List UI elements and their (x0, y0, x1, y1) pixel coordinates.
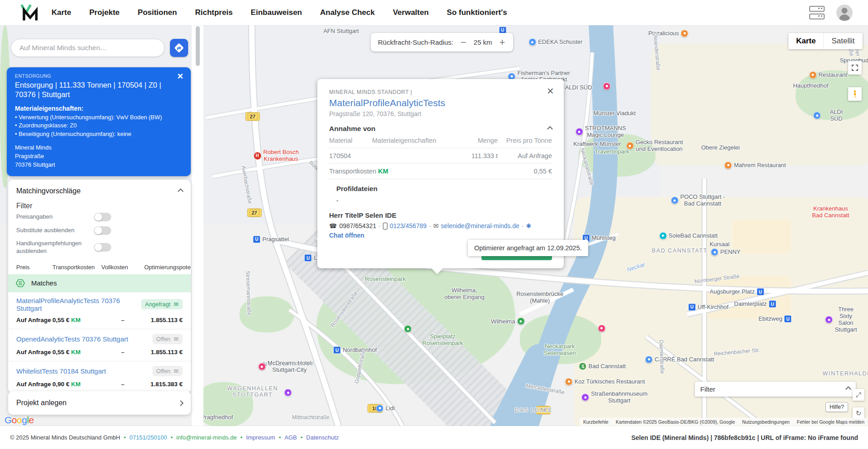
email-link[interactable]: selenide@mineral-minds.de (441, 222, 519, 229)
collapse-chevron-icon[interactable] (178, 188, 184, 194)
footer-email-link[interactable]: info@mineral-minds.de (176, 434, 237, 441)
ubahn-icon[interactable]: U (769, 300, 776, 308)
map-marker-27[interactable]: 27 (245, 112, 260, 121)
poi-pin-icon[interactable] (711, 248, 718, 256)
poi-pin-icon[interactable] (813, 112, 821, 119)
poi-pin-icon[interactable] (581, 394, 589, 402)
poi-pin-icon[interactable] (376, 404, 384, 412)
close-icon[interactable]: × (544, 84, 557, 98)
footer-link-agb[interactable]: AGB (284, 434, 297, 441)
hospital-icon[interactable]: H (253, 152, 261, 160)
map-marker-uff-kirchhof[interactable]: UUff-Kirchhof (688, 303, 728, 311)
ubahn-icon[interactable]: U (784, 315, 792, 323)
map-marker-rosensteinbr-cke[interactable]: Rosensteinbrücke (Mahle) (516, 291, 563, 304)
search-input[interactable] (11, 39, 165, 57)
map-marker-restaurant[interactable]: Restaurant (809, 71, 847, 79)
poi-pin-icon[interactable] (603, 82, 611, 90)
toggle-switch[interactable] (94, 213, 111, 221)
map-marker-gecko-restaurant[interactable]: Gecko Restaurant und Eventlocation (626, 139, 683, 153)
poi-pin-icon[interactable] (659, 232, 667, 239)
collapse-chevron-icon[interactable] (547, 126, 553, 132)
ubahn-icon[interactable]: U (333, 346, 341, 354)
poi-pin-icon[interactable] (284, 389, 292, 397)
map-marker-wilhelma[interactable]: Wilhelma (491, 318, 524, 325)
map-marker-koz-t-rkisches-restaurant[interactable]: Koz Türkisches Restaurant (565, 378, 645, 385)
fullscreen-button[interactable] (848, 61, 862, 75)
poi-pin-icon[interactable] (626, 142, 634, 150)
poi-pin-icon[interactable] (809, 71, 816, 79)
map-marker-edeka-schuster[interactable]: EDEKA Schuster (528, 38, 582, 46)
chat-link[interactable]: Chat öffnen (329, 232, 364, 239)
poi-pin-icon[interactable] (565, 378, 573, 385)
ubahn-icon[interactable]: U (688, 303, 696, 311)
phone-number[interactable]: 0987/654321 (339, 222, 376, 229)
poi-pin-icon[interactable] (681, 29, 689, 37)
map-marker-lidl[interactable]: Lidl (376, 404, 395, 412)
map-marker-afn-stuttgart[interactable]: AFN Stuttgart (323, 28, 359, 35)
attribution-item[interactable]: Nutzungsbedingungen (742, 419, 789, 425)
poi-pin-icon[interactable] (724, 161, 732, 169)
map-marker-pragsattel[interactable]: UPragsattel (253, 235, 289, 243)
nav-item-positionen[interactable]: Positionen (138, 8, 177, 17)
tilt-control-button[interactable]: ⤢ (853, 389, 864, 401)
pegman-button[interactable] (848, 87, 862, 101)
map-marker-stra-enbahnmuseum[interactable]: Straßenbahnmuseum Stuttgart (581, 391, 647, 404)
sidebar-scrollbar-thumb[interactable] (196, 26, 200, 66)
google-logo[interactable]: Google (5, 415, 34, 426)
map-marker-m-nster-viadukt[interactable]: Münster Viadukt (594, 110, 636, 117)
mobile-number[interactable]: 0123/456789 (390, 222, 427, 229)
ubahn-icon[interactable]: U (304, 254, 312, 262)
map-marker-obere-ziegelei[interactable]: Obere Ziegelei (701, 144, 740, 151)
map-marker-27[interactable]: 27 (247, 209, 261, 217)
map-marker-poi-pink[interactable] (598, 324, 605, 332)
footer-link-datenschutz[interactable]: Datenschutz (306, 434, 339, 441)
map-marker-three-sixty[interactable]: Three Sixty Salon Stuttgart (825, 306, 857, 333)
map-marker-penny[interactable]: PENNY (711, 248, 741, 256)
map-marker-pragfriedhof[interactable]: Pragfriedhof (201, 414, 233, 421)
nav-item-richtpreis[interactable]: Richtpreis (195, 8, 232, 17)
create-project-button[interactable]: Projekt anlegen (8, 391, 191, 415)
poi-pin-icon[interactable] (825, 316, 833, 323)
server-stack-icon[interactable] (809, 6, 825, 19)
map-marker-poi-pink[interactable] (603, 82, 611, 90)
ubahn-icon[interactable]: U (756, 288, 764, 295)
toggle-switch[interactable] (94, 243, 111, 252)
map-marker-hauptfriedhof[interactable]: Hauptfriedhof (793, 82, 828, 89)
poi-pin-icon[interactable] (671, 196, 679, 204)
map-marker-daimlerplatz[interactable]: DaimlerplatzU (734, 300, 776, 308)
match-title-link[interactable]: MaterialProfileAnalyticTests 70376 Stutt… (16, 297, 141, 312)
map-type-karte[interactable]: Karte (788, 33, 823, 49)
map-marker-poco-stuttgart-[interactable]: POCO Stuttgart - Bad Cannstatt (671, 194, 725, 207)
poi-pin-icon[interactable] (258, 363, 266, 370)
poi-pin-icon[interactable] (598, 324, 605, 332)
map-marker-mahrem-restaurant[interactable]: Mahrem Restaurant (724, 161, 786, 169)
map-marker-poi-green[interactable] (404, 325, 412, 333)
popup-title[interactable]: MaterialProfileAnalyticTests (329, 98, 552, 108)
nav-item-karte[interactable]: Karte (52, 8, 71, 17)
nav-item-projekte[interactable]: Projekte (89, 8, 119, 17)
map-marker-augsburger-platz[interactable]: Augsburger PlatzU (710, 288, 764, 295)
map-marker-solebad-cannstatt[interactable]: SoleBad Cannstatt (659, 232, 717, 239)
map-marker-robert-bosch[interactable]: HRobert Bosch Krankenhaus (253, 149, 299, 163)
map-marker-aldi-s-d[interactable]: ALDI SÜD (813, 109, 850, 122)
nav-item-einbauweisen[interactable]: Einbauweisen (251, 8, 302, 17)
poi-pin-icon[interactable] (576, 128, 583, 136)
map-marker-ebitzweg[interactable]: EbitzwegU (759, 315, 792, 323)
sbahn-icon[interactable]: S (579, 362, 587, 370)
map-marker-kraftwerk-m-nster[interactable]: Kraftwerk Münster (573, 141, 621, 148)
ubahn-icon[interactable]: U (253, 235, 260, 243)
nav-item-analyse-check[interactable]: Analyse Check (320, 8, 375, 17)
poi-pin-icon[interactable] (517, 318, 524, 325)
map-marker-nordbahnhof[interactable]: UNordbahnhof (333, 346, 377, 354)
map-marker-poi-purple[interactable] (284, 389, 292, 397)
attribution-item[interactable]: Kurzbefehle (583, 419, 609, 425)
directions-button[interactable] (170, 39, 188, 57)
radius-decrease-button[interactable]: − (460, 37, 467, 47)
map-marker-strotmanns[interactable]: STROTMANNS Magic Lounge (576, 125, 626, 139)
user-avatar[interactable] (836, 5, 853, 21)
map-marker-bad-cannstatt[interactable]: SBad Cannstatt (579, 362, 626, 370)
nav-item-verwalten[interactable]: Verwalten (393, 8, 429, 17)
radius-increase-button[interactable]: + (498, 37, 506, 47)
match-title-link[interactable]: WhitelistTests 70184 Stuttgart (16, 367, 106, 375)
poi-pin-icon[interactable] (404, 325, 412, 333)
